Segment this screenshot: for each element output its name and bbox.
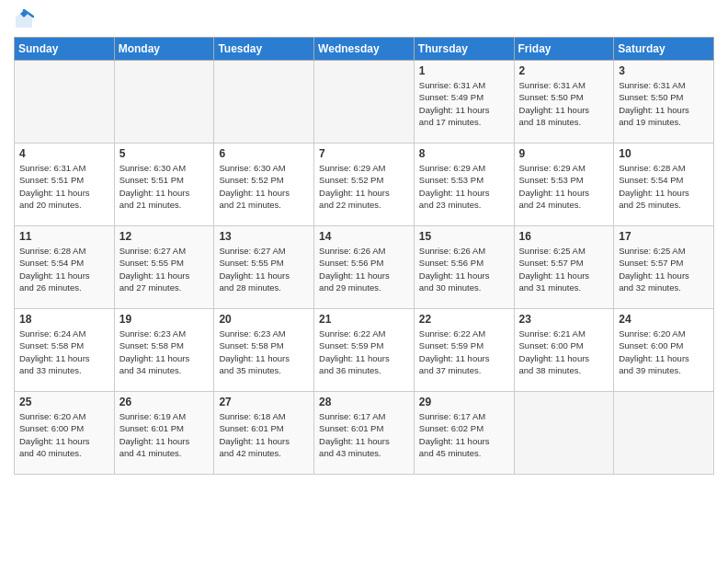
calendar-cell: 7Sunrise: 6:29 AM Sunset: 5:52 PM Daylig… <box>314 144 415 226</box>
day-number: 8 <box>419 147 509 160</box>
calendar-cell <box>114 61 214 144</box>
day-number: 2 <box>519 64 609 77</box>
page-header <box>14 9 714 29</box>
calendar-cell: 3Sunrise: 6:31 AM Sunset: 5:50 PM Daylig… <box>614 61 714 144</box>
calendar-cell: 20Sunrise: 6:23 AM Sunset: 5:58 PM Dayli… <box>214 309 314 392</box>
day-number: 16 <box>519 230 609 243</box>
day-number: 24 <box>619 313 709 326</box>
weekday-header-friday: Friday <box>514 38 614 61</box>
calendar-week-row: 18Sunrise: 6:24 AM Sunset: 5:58 PM Dayli… <box>15 309 714 392</box>
day-info: Sunrise: 6:30 AM Sunset: 5:51 PM Dayligh… <box>119 162 210 211</box>
calendar-cell <box>314 61 415 144</box>
day-info: Sunrise: 6:31 AM Sunset: 5:49 PM Dayligh… <box>419 79 509 128</box>
day-number: 15 <box>419 230 509 243</box>
calendar-cell: 13Sunrise: 6:27 AM Sunset: 5:55 PM Dayli… <box>214 226 314 309</box>
day-info: Sunrise: 6:22 AM Sunset: 5:59 PM Dayligh… <box>319 327 409 376</box>
day-info: Sunrise: 6:26 AM Sunset: 5:56 PM Dayligh… <box>419 245 509 293</box>
day-info: Sunrise: 6:30 AM Sunset: 5:52 PM Dayligh… <box>219 162 309 211</box>
calendar-cell <box>214 61 314 144</box>
day-number: 29 <box>419 396 509 408</box>
calendar-cell: 10Sunrise: 6:28 AM Sunset: 5:54 PM Dayli… <box>614 144 714 226</box>
calendar-cell: 18Sunrise: 6:24 AM Sunset: 5:58 PM Dayli… <box>15 309 115 392</box>
calendar-cell: 15Sunrise: 6:26 AM Sunset: 5:56 PM Dayli… <box>414 226 514 309</box>
day-number: 27 <box>219 396 309 408</box>
day-info: Sunrise: 6:31 AM Sunset: 5:50 PM Dayligh… <box>619 79 709 128</box>
weekday-header-tuesday: Tuesday <box>214 38 314 61</box>
calendar-week-row: 11Sunrise: 6:28 AM Sunset: 5:54 PM Dayli… <box>15 226 714 309</box>
day-number: 14 <box>319 230 409 243</box>
calendar-cell <box>614 392 714 475</box>
calendar-cell: 23Sunrise: 6:21 AM Sunset: 6:00 PM Dayli… <box>514 309 614 392</box>
day-info: Sunrise: 6:17 AM Sunset: 6:01 PM Dayligh… <box>319 410 409 459</box>
day-number: 21 <box>319 313 409 326</box>
day-info: Sunrise: 6:23 AM Sunset: 5:58 PM Dayligh… <box>119 327 210 376</box>
day-number: 6 <box>219 147 309 160</box>
weekday-header-thursday: Thursday <box>414 38 514 61</box>
day-number: 12 <box>119 230 210 243</box>
day-info: Sunrise: 6:27 AM Sunset: 5:55 PM Dayligh… <box>219 245 309 293</box>
calendar-cell: 21Sunrise: 6:22 AM Sunset: 5:59 PM Dayli… <box>314 309 415 392</box>
day-number: 20 <box>219 313 309 326</box>
calendar-week-row: 4Sunrise: 6:31 AM Sunset: 5:51 PM Daylig… <box>15 144 714 226</box>
calendar-cell: 29Sunrise: 6:17 AM Sunset: 6:02 PM Dayli… <box>414 392 514 475</box>
calendar-cell: 17Sunrise: 6:25 AM Sunset: 5:57 PM Dayli… <box>614 226 714 309</box>
day-info: Sunrise: 6:18 AM Sunset: 6:01 PM Dayligh… <box>219 410 309 459</box>
calendar-cell: 6Sunrise: 6:30 AM Sunset: 5:52 PM Daylig… <box>214 144 314 226</box>
weekday-header-saturday: Saturday <box>614 38 714 61</box>
day-number: 22 <box>419 313 509 326</box>
day-info: Sunrise: 6:23 AM Sunset: 5:58 PM Dayligh… <box>219 327 309 376</box>
day-number: 26 <box>119 396 210 408</box>
day-info: Sunrise: 6:20 AM Sunset: 6:00 PM Dayligh… <box>619 327 709 376</box>
day-number: 19 <box>119 313 210 326</box>
day-number: 23 <box>519 313 609 326</box>
weekday-header-row: SundayMondayTuesdayWednesdayThursdayFrid… <box>15 38 714 61</box>
calendar-cell: 4Sunrise: 6:31 AM Sunset: 5:51 PM Daylig… <box>15 144 115 226</box>
day-info: Sunrise: 6:17 AM Sunset: 6:02 PM Dayligh… <box>419 410 509 459</box>
logo-icon <box>14 9 34 29</box>
day-info: Sunrise: 6:20 AM Sunset: 6:00 PM Dayligh… <box>19 410 109 459</box>
calendar-cell <box>15 61 115 144</box>
day-info: Sunrise: 6:24 AM Sunset: 5:58 PM Dayligh… <box>19 327 109 376</box>
calendar-cell: 27Sunrise: 6:18 AM Sunset: 6:01 PM Dayli… <box>214 392 314 475</box>
calendar-cell: 2Sunrise: 6:31 AM Sunset: 5:50 PM Daylig… <box>514 61 614 144</box>
day-info: Sunrise: 6:25 AM Sunset: 5:57 PM Dayligh… <box>619 245 709 293</box>
calendar-cell: 9Sunrise: 6:29 AM Sunset: 5:53 PM Daylig… <box>514 144 614 226</box>
calendar-cell: 12Sunrise: 6:27 AM Sunset: 5:55 PM Dayli… <box>114 226 214 309</box>
day-number: 9 <box>519 147 609 160</box>
day-info: Sunrise: 6:28 AM Sunset: 5:54 PM Dayligh… <box>19 245 109 293</box>
day-info: Sunrise: 6:31 AM Sunset: 5:51 PM Dayligh… <box>19 162 109 211</box>
calendar-cell: 22Sunrise: 6:22 AM Sunset: 5:59 PM Dayli… <box>414 309 514 392</box>
day-info: Sunrise: 6:29 AM Sunset: 5:53 PM Dayligh… <box>419 162 509 211</box>
calendar-cell: 16Sunrise: 6:25 AM Sunset: 5:57 PM Dayli… <box>514 226 614 309</box>
day-number: 4 <box>19 147 109 160</box>
day-info: Sunrise: 6:19 AM Sunset: 6:01 PM Dayligh… <box>119 410 210 459</box>
calendar-table: SundayMondayTuesdayWednesdayThursdayFrid… <box>14 37 714 475</box>
calendar-cell: 5Sunrise: 6:30 AM Sunset: 5:51 PM Daylig… <box>114 144 214 226</box>
day-info: Sunrise: 6:29 AM Sunset: 5:52 PM Dayligh… <box>319 162 409 211</box>
day-number: 10 <box>619 147 709 160</box>
day-number: 18 <box>19 313 109 326</box>
day-info: Sunrise: 6:28 AM Sunset: 5:54 PM Dayligh… <box>619 162 709 211</box>
calendar-cell: 25Sunrise: 6:20 AM Sunset: 6:00 PM Dayli… <box>15 392 115 475</box>
weekday-header-sunday: Sunday <box>15 38 115 61</box>
day-info: Sunrise: 6:31 AM Sunset: 5:50 PM Dayligh… <box>519 79 609 128</box>
day-number: 28 <box>319 396 409 408</box>
day-info: Sunrise: 6:29 AM Sunset: 5:53 PM Dayligh… <box>519 162 609 211</box>
calendar-cell: 24Sunrise: 6:20 AM Sunset: 6:00 PM Dayli… <box>614 309 714 392</box>
day-info: Sunrise: 6:27 AM Sunset: 5:55 PM Dayligh… <box>119 245 210 293</box>
day-number: 11 <box>19 230 109 243</box>
calendar-cell <box>514 392 614 475</box>
calendar-cell: 26Sunrise: 6:19 AM Sunset: 6:01 PM Dayli… <box>114 392 214 475</box>
logo <box>14 9 38 29</box>
day-number: 3 <box>619 64 709 77</box>
day-info: Sunrise: 6:21 AM Sunset: 6:00 PM Dayligh… <box>519 327 609 376</box>
day-number: 1 <box>419 64 509 77</box>
day-number: 17 <box>619 230 709 243</box>
day-number: 13 <box>219 230 309 243</box>
calendar-week-row: 25Sunrise: 6:20 AM Sunset: 6:00 PM Dayli… <box>15 392 714 475</box>
day-number: 5 <box>119 147 210 160</box>
calendar-week-row: 1Sunrise: 6:31 AM Sunset: 5:49 PM Daylig… <box>15 61 714 144</box>
day-info: Sunrise: 6:22 AM Sunset: 5:59 PM Dayligh… <box>419 327 509 376</box>
day-number: 25 <box>19 396 109 408</box>
calendar-cell: 28Sunrise: 6:17 AM Sunset: 6:01 PM Dayli… <box>314 392 415 475</box>
